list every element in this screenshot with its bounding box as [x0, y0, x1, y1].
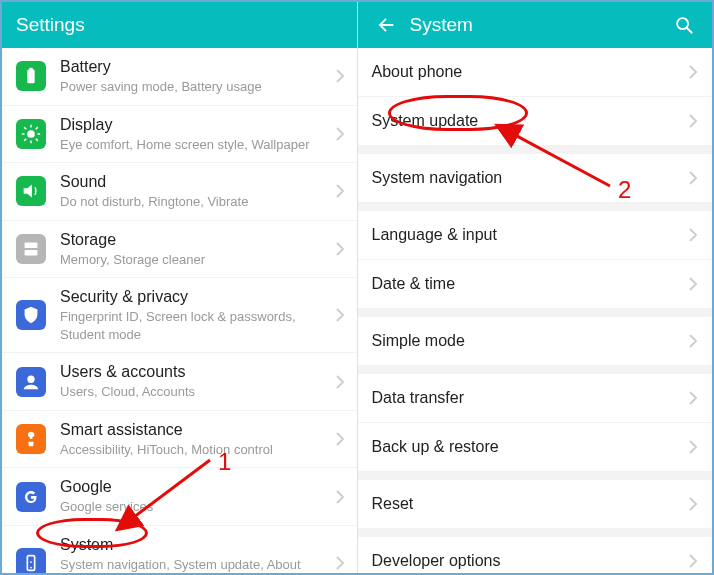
settings-title: Settings [16, 14, 85, 36]
chevron-right-icon [688, 277, 698, 291]
row-subtitle: Fingerprint ID, Screen lock & passwords,… [60, 308, 329, 343]
settings-row-users[interactable]: Users & accountsUsers, Cloud, Accounts [2, 353, 357, 411]
row-title: Language & input [372, 226, 497, 244]
row-title: Simple mode [372, 332, 465, 350]
chevron-right-icon [688, 228, 698, 242]
display-icon [16, 119, 46, 149]
row-title: Battery [60, 57, 329, 77]
chevron-right-icon [688, 391, 698, 405]
chevron-right-icon [335, 127, 345, 141]
sound-icon [16, 176, 46, 206]
row-title: Display [60, 115, 329, 135]
system-row[interactable]: System navigation [358, 154, 713, 203]
svg-line-18 [687, 28, 693, 34]
chevron-right-icon [688, 114, 698, 128]
chevron-right-icon [688, 554, 698, 568]
row-subtitle: Users, Cloud, Accounts [60, 383, 329, 401]
search-button[interactable] [670, 11, 698, 39]
system-row[interactable]: Data transfer [358, 374, 713, 423]
back-arrow-icon [375, 14, 397, 36]
system-row[interactable]: Simple mode [358, 317, 713, 366]
chevron-right-icon [335, 556, 345, 570]
annotation-label-1: 1 [218, 448, 231, 476]
settings-header: Settings [2, 2, 357, 48]
row-text: GoogleGoogle services [60, 477, 329, 516]
chevron-right-icon [688, 440, 698, 454]
svg-point-2 [27, 130, 35, 138]
row-subtitle: Power saving mode, Battery usage [60, 78, 329, 96]
chevron-right-icon [688, 65, 698, 79]
section-divider [358, 529, 713, 537]
system-header: System [358, 2, 713, 48]
system-row[interactable]: Date & time [358, 260, 713, 309]
row-title: Users & accounts [60, 362, 329, 382]
row-subtitle: Google services [60, 498, 329, 516]
chevron-right-icon [688, 171, 698, 185]
chevron-right-icon [688, 497, 698, 511]
row-subtitle: Do not disturb, Ringtone, Vibrate [60, 193, 329, 211]
system-list[interactable]: About phoneSystem updateSystem navigatio… [358, 48, 713, 573]
section-divider [358, 366, 713, 374]
back-button[interactable] [372, 11, 400, 39]
system-icon [16, 548, 46, 573]
system-row[interactable]: Developer options [358, 537, 713, 573]
settings-row-battery[interactable]: BatteryPower saving mode, Battery usage [2, 48, 357, 106]
settings-pane: Settings BatteryPower saving mode, Batte… [2, 2, 358, 573]
svg-rect-1 [29, 68, 33, 70]
row-subtitle: Eye comfort, Home screen style, Wallpape… [60, 136, 329, 154]
row-text: Users & accountsUsers, Cloud, Accounts [60, 362, 329, 401]
settings-row-display[interactable]: DisplayEye comfort, Home screen style, W… [2, 106, 357, 164]
settings-row-sound[interactable]: SoundDo not disturb, Ringtone, Vibrate [2, 163, 357, 221]
system-title: System [410, 14, 473, 36]
svg-rect-0 [27, 70, 34, 84]
section-divider [358, 472, 713, 480]
row-title: Smart assistance [60, 420, 329, 440]
settings-row-smart[interactable]: Smart assistanceAccessibility, HiTouch, … [2, 411, 357, 469]
settings-row-system[interactable]: SystemSystem navigation, System update, … [2, 526, 357, 573]
system-pane: System About phoneSystem updateSystem na… [358, 2, 713, 573]
row-title: Sound [60, 172, 329, 192]
system-row[interactable]: System update [358, 97, 713, 146]
row-title: About phone [372, 63, 463, 81]
row-title: Storage [60, 230, 329, 250]
svg-point-13 [27, 375, 34, 382]
row-title: Data transfer [372, 389, 464, 407]
row-title: Security & privacy [60, 287, 329, 307]
row-text: SystemSystem navigation, System update, … [60, 535, 329, 573]
system-row[interactable]: Back up & restore [358, 423, 713, 472]
row-text: StorageMemory, Storage cleaner [60, 230, 329, 269]
smart-icon [16, 424, 46, 454]
row-title: System navigation [372, 169, 503, 187]
system-row[interactable]: Reset [358, 480, 713, 529]
svg-rect-12 [25, 250, 38, 256]
chevron-right-icon [335, 375, 345, 389]
row-subtitle: Accessibility, HiTouch, Motion control [60, 441, 329, 459]
security-icon [16, 300, 46, 330]
battery-icon [16, 61, 46, 91]
row-title: Date & time [372, 275, 456, 293]
annotation-label-2: 2 [618, 176, 631, 204]
row-text: BatteryPower saving mode, Battery usage [60, 57, 329, 96]
row-subtitle: System navigation, System update, About … [60, 556, 329, 573]
chevron-right-icon [335, 490, 345, 504]
section-divider [358, 203, 713, 211]
settings-row-google[interactable]: GoogleGoogle services [2, 468, 357, 526]
search-icon [673, 14, 695, 36]
system-row[interactable]: About phone [358, 48, 713, 97]
row-title: Back up & restore [372, 438, 499, 456]
svg-line-7 [24, 127, 26, 129]
svg-line-8 [36, 139, 38, 141]
system-row[interactable]: Language & input [358, 211, 713, 260]
row-title: Google [60, 477, 329, 497]
settings-row-storage[interactable]: StorageMemory, Storage cleaner [2, 221, 357, 279]
row-title: Reset [372, 495, 414, 513]
svg-rect-11 [25, 242, 38, 248]
svg-line-10 [36, 127, 38, 129]
row-text: Smart assistanceAccessibility, HiTouch, … [60, 420, 329, 459]
chevron-right-icon [335, 432, 345, 446]
chevron-right-icon [335, 69, 345, 83]
settings-list[interactable]: BatteryPower saving mode, Battery usageD… [2, 48, 357, 573]
settings-row-security[interactable]: Security & privacyFingerprint ID, Screen… [2, 278, 357, 353]
chevron-right-icon [335, 184, 345, 198]
svg-point-16 [30, 561, 32, 563]
